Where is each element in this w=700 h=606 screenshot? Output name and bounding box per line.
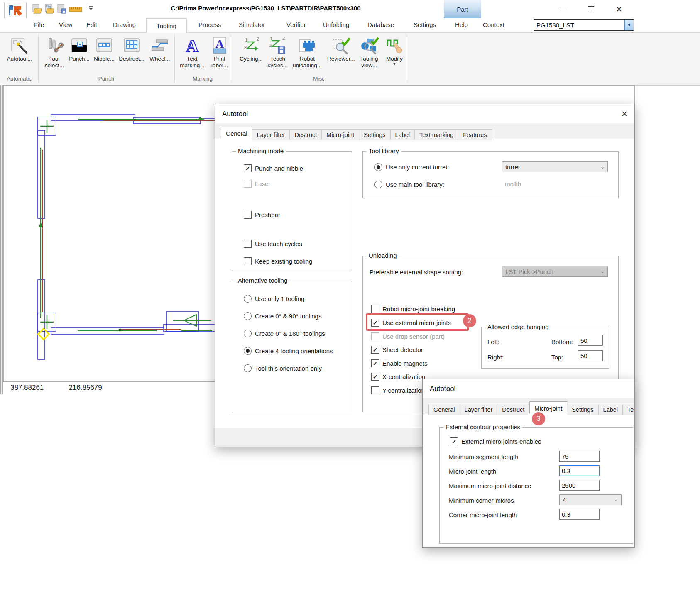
- tab-general[interactable]: General: [221, 127, 252, 139]
- min-segment-length-input[interactable]: [559, 451, 600, 462]
- radio-use-only-1-tooling[interactable]: Use only 1 tooling: [244, 295, 304, 303]
- menu-tooling-active[interactable]: Tooling: [146, 18, 187, 33]
- checkbox-box[interactable]: [244, 240, 252, 248]
- checkbox-box[interactable]: [244, 164, 252, 172]
- checkbox-preshear[interactable]: Preshear: [244, 211, 280, 219]
- checkbox-box[interactable]: [371, 373, 379, 381]
- radio-circle[interactable]: [244, 364, 252, 372]
- checkbox-external-micro-joints-enabled[interactable]: External micro-joints enabled: [450, 437, 541, 445]
- menu-verifier[interactable]: Verifier: [286, 21, 306, 28]
- radio-circle[interactable]: [244, 347, 252, 355]
- menu-process[interactable]: Process: [198, 21, 221, 28]
- tab-destruct[interactable]: Destruct: [497, 404, 529, 415]
- save-part-icon[interactable]: [32, 4, 42, 15]
- radio-circle[interactable]: [374, 181, 382, 188]
- minimize-button[interactable]: –: [556, 3, 570, 15]
- menu-database[interactable]: Database: [367, 21, 394, 28]
- destruct-button[interactable]: Destruct...: [118, 36, 145, 62]
- min-corner-micros-combo[interactable]: 4 ⌄: [559, 494, 622, 505]
- modify-button[interactable]: Modify ▼: [383, 36, 406, 66]
- nibble-button[interactable]: Nibble...: [91, 36, 118, 62]
- maximize-button[interactable]: [584, 3, 598, 15]
- close-button[interactable]: ✕: [612, 3, 626, 15]
- micro-joint-length-input[interactable]: [559, 465, 600, 476]
- menu-simulator[interactable]: Simulator: [239, 21, 265, 28]
- tab-text-marking[interactable]: Text marking: [415, 129, 458, 140]
- print-label-button[interactable]: A Print label...: [206, 36, 233, 68]
- corner-micro-joint-length-input[interactable]: [559, 509, 600, 520]
- radio-create-0-90[interactable]: Create 0° & 90° toolings: [244, 312, 321, 320]
- checkbox-box[interactable]: [244, 211, 252, 219]
- modify-dropdown-caret-icon[interactable]: ▼: [383, 62, 406, 66]
- max-micro-joint-distance-input[interactable]: [559, 480, 600, 491]
- menu-unfolding[interactable]: Unfolding: [323, 21, 349, 28]
- radio-use-current-turret[interactable]: Use only current turret:: [374, 163, 449, 171]
- radio-circle[interactable]: [244, 295, 252, 303]
- checkbox-box[interactable]: [371, 359, 379, 367]
- tab-label[interactable]: Label: [391, 129, 415, 140]
- chevron-down-icon[interactable]: ▼: [624, 20, 634, 30]
- edge-bottom-input[interactable]: [578, 335, 603, 346]
- customize-toolbar-icon[interactable]: [88, 4, 95, 14]
- turret-combo[interactable]: turret ⌄: [502, 161, 608, 172]
- menu-settings[interactable]: Settings: [414, 21, 436, 28]
- radio-circle[interactable]: [244, 312, 252, 320]
- checkbox-punch-and-nibble[interactable]: Punch and nibble: [244, 164, 303, 172]
- checkbox-x-centralization[interactable]: X-centralization: [371, 373, 425, 381]
- checkbox-box[interactable]: [371, 346, 379, 354]
- app-logo-icon[interactable]: [4, 2, 27, 19]
- checkbox-robot-micro-joint-breaking[interactable]: Robot micro-joint breaking: [371, 305, 455, 313]
- robot-unloading-button[interactable]: Robot unloading...: [291, 36, 323, 68]
- open-tooling-icon[interactable]: [44, 4, 55, 15]
- menu-edit[interactable]: Edit: [86, 21, 97, 28]
- cycling-button[interactable]: 123 Cycling...: [237, 36, 265, 62]
- measure-ruler-icon[interactable]: [69, 4, 80, 15]
- radio-tool-this-orientation[interactable]: Tool this orientation only: [244, 364, 322, 372]
- tab-label[interactable]: Label: [599, 404, 623, 415]
- pane-splitter[interactable]: [0, 85, 3, 394]
- checkbox-box[interactable]: [450, 437, 458, 445]
- close-icon[interactable]: ✕: [621, 109, 628, 119]
- menu-context[interactable]: Context: [483, 21, 504, 28]
- radio-use-main-library[interactable]: Use main tool library:: [374, 181, 444, 188]
- tab-settings[interactable]: Settings: [359, 129, 390, 140]
- tab-settings[interactable]: Settings: [567, 404, 598, 415]
- radio-circle[interactable]: [374, 163, 382, 171]
- checkbox-box[interactable]: [371, 305, 379, 313]
- punch-button[interactable]: Punch...: [66, 36, 93, 62]
- text-marking-button[interactable]: A Text marking...: [179, 36, 206, 68]
- save-file-icon[interactable]: [56, 4, 67, 15]
- checkbox-use-teach-cycles[interactable]: Use teach cycles: [244, 240, 302, 248]
- tab-general[interactable]: General: [428, 404, 460, 415]
- menu-help[interactable]: Help: [455, 21, 468, 28]
- menu-file[interactable]: File: [34, 21, 44, 28]
- edge-top-input[interactable]: [578, 350, 603, 361]
- teach-cycles-button[interactable]: 123 Teach cycles...: [264, 36, 291, 68]
- wheel-button[interactable]: Wheel...: [146, 36, 174, 62]
- radio-circle[interactable]: [244, 330, 252, 337]
- tooling-view-button[interactable]: Tooling view...: [355, 36, 383, 68]
- radio-create-4-orientations[interactable]: Create 4 tooling orientations: [244, 347, 333, 355]
- menu-drawing[interactable]: Drawing: [113, 21, 136, 28]
- tab-features[interactable]: Features: [458, 129, 492, 140]
- checkbox-y-centralization[interactable]: Y-centralization: [371, 386, 425, 394]
- autotool-button[interactable]: Autotool...: [6, 36, 33, 62]
- checkbox-sheet-detector[interactable]: Sheet detector: [371, 346, 423, 354]
- checkbox-keep-existing-tooling[interactable]: Keep existing tooling: [244, 257, 312, 265]
- radio-create-0-180[interactable]: Create 0° & 180° toolings: [244, 330, 325, 337]
- checkbox-box[interactable]: [244, 257, 252, 265]
- menu-view[interactable]: View: [59, 21, 72, 28]
- tab-micro-joint[interactable]: Micro-joint: [529, 401, 567, 414]
- tab-layer-filter[interactable]: Layer filter: [252, 129, 290, 140]
- chevron-down-icon[interactable]: ⌄: [597, 164, 607, 170]
- checkbox-box[interactable]: [371, 386, 379, 394]
- checkbox-enable-magnets[interactable]: Enable magnets: [371, 359, 427, 367]
- machine-selector-combo[interactable]: PG1530_LST ▼: [534, 19, 634, 31]
- tab-destruct[interactable]: Destruct: [290, 129, 322, 140]
- reviewer-button[interactable]: Reviewer...: [327, 36, 355, 62]
- part-tab[interactable]: Part: [444, 0, 481, 18]
- tab-text-marking-clipped[interactable]: Text ma: [623, 404, 635, 415]
- tool-select-button[interactable]: Tool select...: [41, 36, 68, 68]
- tab-layer-filter[interactable]: Layer filter: [460, 404, 498, 415]
- tab-micro-joint[interactable]: Micro-joint: [322, 129, 359, 140]
